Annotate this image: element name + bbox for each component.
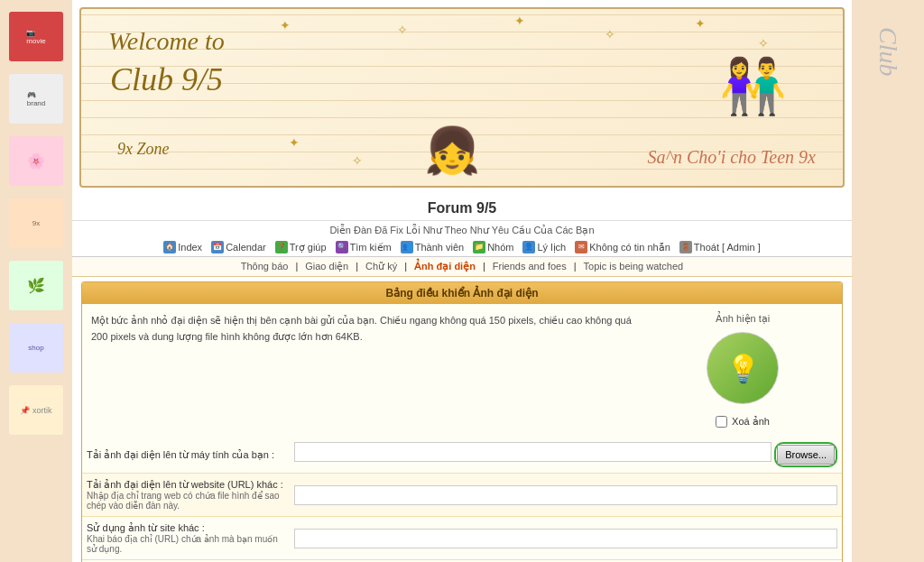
nav-search[interactable]: 🔍 Tìm kiếm (336, 241, 392, 253)
nav-messages[interactable]: ✉ Không có tin nhắn (575, 241, 670, 253)
banner-cartoon: 👫 (680, 18, 825, 153)
star-2: ✧ (397, 23, 408, 37)
avatar-panel: Bảng điều khiển Ảnh đại diện Một bức ảnh… (81, 281, 843, 562)
star-4: ✧ (605, 27, 615, 41)
left-sidebar: 📷movie 🎮brand 🌸 9x 🌿 shop 📌 xortik (0, 0, 72, 562)
page-wrapper: 📷movie 🎮brand 🌸 9x 🌿 shop 📌 xortik ✦ ✧ ✦… (0, 0, 924, 562)
main-content: ✦ ✧ ✦ ✧ ✦ ✧ ✦ ✧ ✦ ✦ Welcome to Club 9/5 … (72, 0, 852, 562)
right-sidebar: Club (852, 0, 924, 562)
external-input[interactable] (294, 529, 837, 548)
content-area: Bảng điều khiển Ảnh đại diện Một bức ảnh… (72, 277, 852, 562)
form-label-external: Sử dụng ảnh từ site khác : Khai báo địa … (87, 522, 285, 554)
banner-title-block: Welcome to Club 9/5 (108, 27, 225, 98)
panel-description: Một bức ảnh nhỏ đại diện sẽ hiện thị bên… (91, 313, 639, 345)
delete-label: Xoá ảnh (732, 416, 770, 428)
nav-logout-label: Thoát [ Admin ] (694, 242, 761, 253)
sub-nav: Thông báo | Giao diện | Chữ ký | Ảnh đại… (72, 257, 852, 277)
sidebar-deco-5: 🌿 (9, 261, 63, 310)
banner-zone: 9x Zone (117, 140, 170, 159)
nav-calendar[interactable]: 📅 Calendar (211, 241, 266, 253)
nav-help[interactable]: ❓ Trợ giúp (275, 241, 327, 253)
star-8: ✧ (352, 153, 363, 168)
nav-logout[interactable]: 🚪 Thoát [ Admin ] (679, 241, 761, 253)
panel-body: Một bức ảnh nhỏ đại diện sẽ hiện thị bên… (82, 304, 842, 437)
sidebar-deco-6: shop (9, 323, 63, 373)
nav-bar: 🏠 Index 📅 Calendar ❓ Trợ giúp 🔍 Tìm kiếm… (72, 238, 852, 257)
browse-button[interactable]: Browse... (777, 445, 835, 465)
banner-club: Club 9/5 (108, 60, 225, 98)
input-with-btn: Browse... (294, 442, 837, 467)
nav-calendar-label: Calendar (226, 242, 266, 253)
forum-title: Forum 9/5 (72, 195, 852, 221)
delete-row: Xoá ảnh (716, 416, 770, 428)
banner-welcome: Welcome to (108, 27, 225, 56)
profile-icon: 👤 (522, 241, 535, 253)
club-right-text: Club (869, 9, 907, 94)
form-row-upload: Tải ảnh đại diện lên từ máy tính của bạn… (82, 437, 842, 474)
nav-desc: Diễn Đàn Đã Fix Lỗi Như Theo Như Yêu Cầu… (72, 221, 852, 238)
avatar-display: 💡 (707, 332, 779, 404)
banner-zone-text: 9x Zone (117, 140, 170, 158)
sub-nav-friends[interactable]: Friends and foes (493, 261, 567, 272)
header-banner: ✦ ✧ ✦ ✧ ✦ ✧ ✦ ✧ ✦ ✦ Welcome to Club 9/5 … (79, 7, 845, 188)
sidebar-deco-2: 🎮brand (9, 74, 63, 124)
nav-groups[interactable]: 📁 Nhóm (473, 241, 513, 253)
logout-icon: 🚪 (679, 241, 692, 253)
nav-members-label: Thành viên (415, 242, 464, 253)
panel-left: Một bức ảnh nhỏ đại diện sẽ hiện thị bên… (91, 313, 639, 428)
sub-nav-chucky[interactable]: Chữ ký (365, 261, 397, 272)
sidebar-deco-4: 9x (9, 198, 63, 248)
help-icon: ❓ (275, 241, 288, 253)
messages-icon: ✉ (575, 241, 587, 253)
avatar-icon: 💡 (726, 353, 760, 384)
star-1: ✦ (280, 18, 291, 32)
nav-profile-label: Lý lịch (537, 242, 566, 253)
sidebar-deco-1: 📷movie (9, 12, 63, 61)
calendar-icon: 📅 (211, 241, 224, 253)
nav-profile[interactable]: 👤 Lý lịch (522, 241, 566, 253)
delete-checkbox[interactable] (716, 416, 727, 428)
sub-nav-thongbao[interactable]: Thông báo (241, 261, 289, 272)
sidebar-deco-7: 📌 xortik (9, 385, 63, 435)
form-label-url: Tải ảnh đại diện lên từ website (URL) kh… (87, 479, 285, 511)
star-7: ✦ (289, 135, 300, 150)
upload-input[interactable] (294, 442, 772, 462)
avatar-label: Ảnh hiện tại (716, 313, 771, 325)
sidebar-deco-3: 🌸 (9, 136, 63, 186)
form-row-url: Tải ảnh đại diện lên từ website (URL) kh… (82, 474, 842, 517)
sub-nav-giaodien[interactable]: Giao diện (305, 261, 348, 272)
form-label-upload: Tải ảnh đại diện lên từ máy tính của bạn… (87, 449, 285, 461)
form-row-external: Sử dụng ảnh từ site khác : Khai báo địa … (82, 517, 842, 560)
panel-header-text: Bảng điều khiển Ảnh đại diện (386, 287, 539, 299)
banner-inner: ✦ ✧ ✦ ✧ ✦ ✧ ✦ ✧ ✦ ✦ Welcome to Club 9/5 … (81, 9, 843, 186)
sub-nav-topics[interactable]: Topic is being watched (584, 261, 684, 272)
nav-index-label: Index (178, 242, 202, 253)
nav-groups-label: Nhóm (487, 242, 513, 253)
index-icon: 🏠 (163, 241, 176, 253)
sub-nav-avatar[interactable]: Ảnh đại diện (414, 261, 476, 272)
panel-header: Bảng điều khiển Ảnh đại diện (82, 282, 842, 304)
search-icon: 🔍 (336, 241, 348, 253)
url-input[interactable] (294, 485, 837, 505)
nav-index[interactable]: 🏠 Index (163, 241, 202, 253)
browse-btn-border: Browse... (774, 442, 837, 467)
forum-title-text: Forum 9/5 (428, 200, 496, 216)
nav-search-label: Tìm kiếm (350, 242, 392, 253)
banner-girl: 👧 (424, 124, 480, 177)
groups-icon: 📁 (473, 241, 485, 253)
nav-help-label: Trợ giúp (290, 242, 327, 253)
star-3: ✦ (514, 14, 525, 28)
panel-right: Ảnh hiện tại 💡 Xoá ảnh (652, 313, 833, 428)
nav-messages-label: Không có tin nhắn (589, 242, 670, 253)
members-icon: 👥 (401, 241, 413, 253)
nav-desc-text: Diễn Đàn Đã Fix Lỗi Như Theo Như Yêu Cầu… (329, 225, 594, 235)
nav-members[interactable]: 👥 Thành viên (401, 241, 464, 253)
